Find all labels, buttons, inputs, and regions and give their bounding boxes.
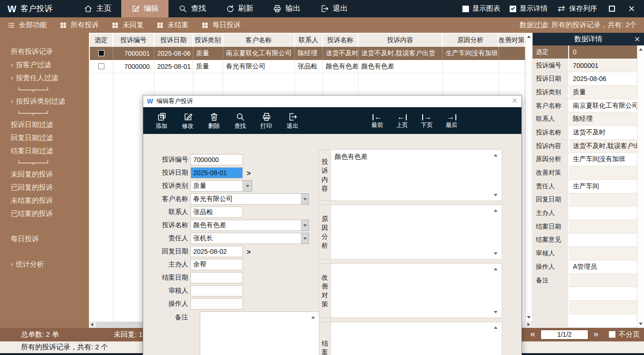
memo-textarea[interactable] [200,311,320,355]
detail-row[interactable]: 选定0 [533,45,637,59]
form-field-input[interactable]: 质量 [190,180,243,192]
column-header[interactable]: 客户名称 [223,34,295,47]
scroll-left-icon[interactable] [91,323,93,326]
detail-row[interactable]: 原因分析生产车间没有加班 [533,153,637,167]
column-header[interactable]: 投诉类别 [193,34,223,47]
table-row[interactable]: 70000012025-08-06质量南京夏联化工有限公司陈经理送货不及时送货不… [90,47,525,60]
show-detail-checkbox[interactable] [510,6,516,12]
textarea-scroll-up-icon[interactable] [494,154,498,156]
column-header[interactable]: 原因分析 [443,34,499,47]
dialog-nav-next[interactable]: →下页 [419,113,435,128]
dialog-button-edit[interactable]: 修改 [178,112,198,129]
row-select-cell[interactable] [90,60,113,73]
group-textarea[interactable] [330,322,502,355]
page-prev-button[interactable]: « [530,329,535,339]
row-checkbox[interactable] [98,50,104,56]
quickbar-item-3[interactable]: 未回复 [111,21,144,30]
detail-close-button[interactable] [634,36,640,44]
column-header[interactable]: 联系人 [295,34,323,47]
dialog-button-print[interactable]: 打印 [256,112,276,129]
date-picker-button[interactable]: > [247,169,251,177]
menu-item-search[interactable]: 查找 [168,0,216,17]
scroll-down-icon[interactable] [527,316,531,318]
detail-row[interactable] [533,314,637,328]
sidebar-item[interactable]: ›按客户过滤 [0,58,89,71]
sidebar-item[interactable]: 未回复的投诉 [0,168,89,181]
menu-item-home[interactable]: 主页 [74,0,121,17]
dialog-nav-last[interactable]: →最后 [444,113,460,128]
dialog-nav-first[interactable]: ←最前 [369,113,385,128]
row-select-cell[interactable] [90,47,113,60]
no-paging-checkbox[interactable] [609,331,615,338]
detail-scroll-up-icon[interactable] [639,48,643,51]
dialog-button-search[interactable]: 查找 [230,112,250,129]
form-field-input[interactable] [190,298,243,310]
group-textarea[interactable] [330,205,502,259]
textarea-scroll-up-icon[interactable] [494,268,498,270]
detail-row[interactable]: 投诉名称送货不及时 [533,126,637,140]
dropdown-button[interactable] [301,220,309,231]
table-row[interactable]: 70000002025-08-01质量春光有限公司张品检颜色有色差颜色有色差 [90,60,525,73]
detail-scroll-down-icon[interactable] [639,323,643,325]
page-indicator-input[interactable]: 1/1/2 [541,330,588,340]
dialog-button-delete[interactable]: 删除 [204,112,224,129]
form-field-input[interactable] [190,285,243,296]
form-field-input[interactable]: 2025-08-02 [190,246,243,257]
dialog-button-add[interactable]: 添加 [152,112,171,129]
scroll-right-icon[interactable] [527,323,530,326]
sidebar-item[interactable]: ›按责任人过滤 [0,71,89,84]
sidebar-item[interactable]: 回复日期过滤 [0,131,89,144]
menu-item-print[interactable]: 输出 [263,0,310,17]
memo-scroll-up-icon[interactable] [311,316,315,318]
show-chart-checkbox[interactable] [462,6,469,12]
textarea-scroll-down-icon[interactable] [494,194,498,196]
detail-row[interactable]: 客户名称南京夏联化工有限公司 [533,99,637,113]
sidebar-item[interactable]: 已回复的投诉 [0,181,89,194]
column-header[interactable]: 投诉编号 [113,34,154,47]
dialog-nav-prev[interactable]: ←上页 [394,113,410,128]
table-vertical-scrollbar[interactable] [525,33,532,321]
detail-row[interactable] [533,301,637,314]
form-field-input[interactable]: 余帮 [190,259,243,270]
form-field-input[interactable]: 颜色有色差 [190,220,301,231]
row-checkbox[interactable] [98,63,104,69]
dialog-titlebar[interactable]: W 编辑客户投诉 [143,96,521,107]
column-header[interactable]: 投诉名称 [323,34,359,47]
menu-item-refresh[interactable]: 刷新 [216,0,263,17]
sidebar-item[interactable]: ›统计分析 [0,258,89,271]
detail-scrollbar[interactable] [637,45,644,328]
detail-row[interactable] [533,287,637,301]
detail-row[interactable]: 联系人陈经理 [533,112,637,126]
dropdown-button[interactable] [301,233,309,244]
form-field-input[interactable]: 张品检 [190,207,243,218]
detail-row[interactable]: 操作人A管理员 [533,260,637,274]
form-field-input[interactable]: 春光有限公司 [190,193,301,205]
dropdown-button[interactable] [243,180,252,192]
textarea-scroll-down-icon[interactable] [494,311,498,313]
sidebar-item[interactable]: 投诉日期过滤 [0,118,89,131]
column-header[interactable]: 投诉日期 [154,34,193,47]
maximize-button[interactable] [607,4,617,14]
detail-row[interactable]: 投诉类别质量 [533,86,637,99]
sidebar-item[interactable]: 已结案的投诉 [0,207,89,220]
page-next-button[interactable]: » [593,329,599,339]
detail-row[interactable]: 投诉日期2025-08-06 [533,72,637,86]
dialog-close-button[interactable] [512,97,518,105]
detail-row[interactable]: 结案意见 [533,234,637,247]
form-field-input[interactable]: 7000000 [190,154,243,165]
detail-row[interactable]: 结案日期 [533,220,637,234]
detail-row[interactable]: 备注 [533,274,637,288]
menu-item-exit[interactable]: 退出 [310,0,358,17]
quickbar-item-2[interactable]: 所有投诉 [59,21,99,30]
scroll-up-icon[interactable] [527,36,531,38]
detail-row[interactable]: 责任人生产车间 [533,180,637,193]
quickbar-item-1[interactable]: 全部功能 [7,21,47,30]
dropdown-button[interactable] [301,193,309,205]
menu-item-edit[interactable]: 编辑 [121,0,168,17]
sidebar-item[interactable]: 所有投诉记录 [0,45,89,58]
detail-row[interactable]: 审核人 [533,247,637,260]
quickbar-item-4[interactable]: 未结案 [156,21,189,30]
textarea-scroll-up-icon[interactable] [494,209,498,212]
sidebar-item[interactable]: 未结案的投诉 [0,194,89,207]
form-field-input[interactable]: 2025-08-01 [190,167,243,178]
